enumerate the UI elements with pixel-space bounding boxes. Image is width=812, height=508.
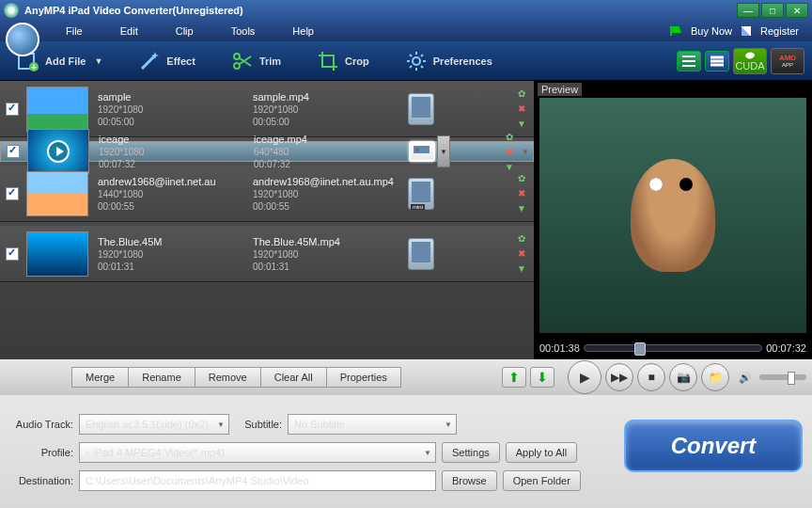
add-file-label: Add File <box>45 56 86 67</box>
browse-button[interactable]: Browse <box>442 470 497 491</box>
convert-button[interactable]: Convert <box>624 420 803 472</box>
preferences-label: Preferences <box>433 56 492 67</box>
open-dest-folder-button[interactable]: Open Folder <box>503 470 581 491</box>
maximize-button[interactable]: □ <box>761 3 784 18</box>
remove-button[interactable]: Remove <box>195 367 261 388</box>
merge-button[interactable]: Merge <box>71 367 129 388</box>
effect-label: Effect <box>166 56 195 67</box>
row-settings-icon[interactable]: ✿ <box>515 172 528 185</box>
rename-button[interactable]: Rename <box>128 367 195 388</box>
thumbnail[interactable] <box>26 231 88 277</box>
row-down-icon[interactable]: ▼ <box>515 118 528 131</box>
trim-button[interactable]: Trim <box>222 46 290 76</box>
preview-frame[interactable] <box>539 98 806 333</box>
move-up-button[interactable]: ⬆ <box>502 367 526 388</box>
buy-now-link[interactable]: Buy Now <box>685 24 738 39</box>
snapshot-button[interactable]: 📷 <box>669 363 697 391</box>
device-icon[interactable] <box>408 93 434 125</box>
close-button[interactable]: ✕ <box>786 3 808 18</box>
row-down-icon[interactable]: ▼ <box>503 160 516 173</box>
output-dur: 00:05:00 <box>253 117 408 127</box>
preferences-button[interactable]: Preferences <box>396 46 502 76</box>
seek-slider[interactable] <box>584 344 762 352</box>
volume-icon[interactable]: 🔊 <box>739 372 752 384</box>
row-down-icon[interactable]: ▼ <box>515 262 528 276</box>
preview-panel: Preview 00:01:38 00:07:32 <box>534 81 812 359</box>
trim-label: Trim <box>259 56 281 67</box>
move-down-button[interactable]: ⬇ <box>530 367 554 388</box>
minimize-button[interactable]: — <box>737 3 759 18</box>
device-icon[interactable] <box>409 141 435 162</box>
device-dropdown[interactable]: ▼ <box>437 135 450 167</box>
profile-select[interactable]: ▫iPad 4 MPEG4 Video(*.mp4) <box>79 442 436 463</box>
crop-button[interactable]: Crop <box>307 46 379 76</box>
file-row[interactable]: andrew1968@iinet.net.au1440*108000:00:55… <box>0 166 534 222</box>
row-settings-icon[interactable]: ✿ <box>515 87 528 101</box>
row-checkbox[interactable] <box>6 187 19 200</box>
menu-clip[interactable]: Clip <box>157 23 212 40</box>
row-checkbox[interactable] <box>7 145 20 158</box>
thumbnail[interactable] <box>26 171 88 216</box>
profile-label: Profile: <box>9 447 73 458</box>
thumbnail[interactable] <box>27 129 89 174</box>
register-link[interactable]: Register <box>755 24 804 39</box>
row-checkbox[interactable] <box>6 103 19 116</box>
stop-button[interactable]: ■ <box>637 363 665 391</box>
file-row[interactable]: iceage1920*108000:07:32 iceage.mp4640*48… <box>0 141 534 162</box>
apply-to-all-button[interactable]: Apply to All <box>506 442 577 463</box>
svg-point-5 <box>413 57 420 65</box>
menu-edit[interactable]: Edit <box>102 23 157 40</box>
menu-file[interactable]: File <box>47 23 102 40</box>
row-remove-icon[interactable]: ✖ <box>503 145 516 158</box>
device-icon[interactable] <box>408 238 434 270</box>
volume-slider[interactable] <box>759 374 806 380</box>
open-folder-button[interactable]: 📁 <box>701 363 729 391</box>
menu-help[interactable]: Help <box>273 23 333 40</box>
clear-all-button[interactable]: Clear All <box>260 367 327 388</box>
app-icon <box>4 3 19 18</box>
row-remove-icon[interactable]: ✖ <box>515 187 528 200</box>
cuda-badge: CUDA <box>733 48 767 74</box>
output-name: andrew1968@iinet.net.au.mp4 <box>253 176 408 187</box>
app-title: AnyMP4 iPad Video Converter(Unregistered… <box>24 5 243 16</box>
preview-label: Preview <box>538 83 582 96</box>
thumb-view-button[interactable] <box>705 51 729 71</box>
row-down-icon[interactable]: ▼ <box>515 202 528 215</box>
settings-panel: Audio Track: English ac3 5.1(side) (0x2)… <box>0 395 812 508</box>
amd-badge: AMDAPP <box>771 48 804 74</box>
destination-field[interactable]: C:\Users\User\Documents\AnyMP4 Studio\Vi… <box>79 470 436 491</box>
device-icon[interactable] <box>408 178 434 210</box>
logo-icon <box>6 23 39 56</box>
menu-tools[interactable]: Tools <box>212 23 274 40</box>
row-settings-icon[interactable]: ✿ <box>503 130 516 143</box>
row-checkbox[interactable] <box>6 247 19 261</box>
output-dim: 1920*1080 <box>253 189 408 199</box>
file-dim: 1920*1080 <box>98 249 253 260</box>
subtitle-select[interactable]: No Subtitle <box>288 414 457 435</box>
output-name: sample.mp4 <box>253 91 408 103</box>
file-name: iceage <box>99 134 254 145</box>
wand-icon <box>138 50 161 72</box>
audio-track-select[interactable]: English ac3 5.1(side) (0x2) <box>79 414 229 435</box>
toolbar: + Add File▼ Effect Trim Crop Preferences… <box>0 41 812 81</box>
thumbnail[interactable] <box>26 87 88 132</box>
row-settings-icon[interactable]: ✿ <box>515 232 528 246</box>
destination-label: Destination: <box>9 475 73 486</box>
output-dur: 00:00:55 <box>253 201 408 212</box>
titlebar: AnyMP4 iPad Video Converter(Unregistered… <box>0 0 812 21</box>
effect-button[interactable]: Effect <box>129 46 205 76</box>
properties-button[interactable]: Properties <box>326 367 401 388</box>
row-remove-icon[interactable]: ✖ <box>515 103 528 116</box>
output-dim: 640*480 <box>254 147 409 157</box>
settings-button[interactable]: Settings <box>442 442 500 463</box>
fast-forward-button[interactable]: ▶▶ <box>605 363 633 391</box>
file-row[interactable]: The.Blue.45M1920*108000:01:31 The.Blue.4… <box>0 226 534 282</box>
time-total: 00:07:32 <box>766 342 806 354</box>
action-bar: Merge Rename Remove Clear All Properties… <box>0 359 812 395</box>
cart-icon <box>670 26 681 36</box>
list-view-button[interactable] <box>677 51 701 71</box>
file-dim: 1440*1080 <box>98 189 253 199</box>
row-remove-icon[interactable]: ✖ <box>515 247 528 261</box>
play-button[interactable]: ▶ <box>568 360 601 394</box>
file-name: sample <box>98 91 253 103</box>
